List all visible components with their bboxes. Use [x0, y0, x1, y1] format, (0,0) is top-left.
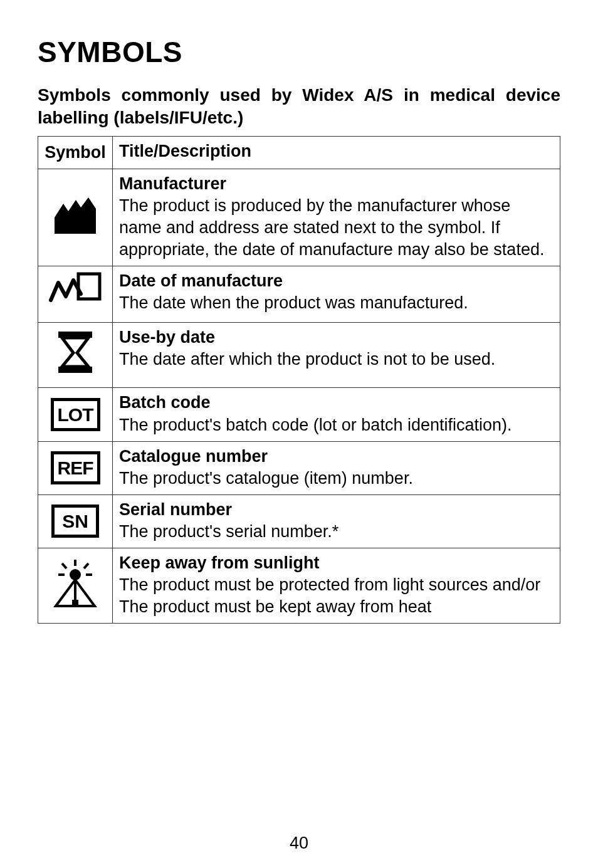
row-desc: The date after which the product is not … — [119, 350, 495, 369]
row-desc: The product is produced by the manufactu… — [119, 196, 544, 259]
desc-cell: Batch code The product's batch code (lot… — [113, 388, 560, 441]
ref-icon: REF — [51, 451, 100, 484]
row-desc: The product's catalogue (item) number. — [119, 469, 413, 488]
th-title-desc: Title/Description — [113, 136, 560, 169]
desc-cell: Serial number The product's serial numbe… — [113, 494, 560, 548]
ref-text: REF — [51, 451, 100, 484]
symbol-cell: LOT — [38, 388, 113, 441]
svg-rect-0 — [55, 217, 96, 234]
date-of-manufacture-icon — [48, 271, 102, 317]
use-by-date-icon — [53, 328, 97, 382]
lot-icon: LOT — [51, 398, 100, 431]
manufacturer-icon — [51, 196, 100, 239]
row-title: Date of manufacture — [119, 271, 283, 290]
row-title: Catalogue number — [119, 447, 268, 466]
desc-cell: Keep away from sunlight The product must… — [113, 548, 560, 624]
symbol-cell — [38, 323, 113, 388]
table-row: Keep away from sunlight The product must… — [38, 548, 560, 624]
table-row: Use-by date The date after which the pro… — [38, 323, 560, 388]
lot-text: LOT — [51, 398, 100, 431]
table-row: Manufacturer The product is produced by … — [38, 169, 560, 266]
row-title: Use-by date — [119, 328, 215, 347]
table-row: LOT Batch code The product's batch code … — [38, 388, 560, 441]
row-desc: The product must be protected from light… — [119, 575, 540, 616]
table-header-row: Symbol Title/Description — [38, 136, 560, 169]
svg-line-8 — [84, 563, 88, 568]
desc-cell: Manufacturer The product is produced by … — [113, 169, 560, 266]
intro-text: Symbols commonly used by Widex A/S in me… — [38, 84, 560, 130]
table-row: REF Catalogue number The product's catal… — [38, 441, 560, 494]
sn-icon: SN — [51, 505, 99, 538]
page-content: SYMBOLS Symbols commonly used by Widex A… — [0, 0, 598, 624]
symbol-cell — [38, 266, 113, 323]
svg-rect-12 — [72, 600, 78, 606]
symbol-cell — [38, 169, 113, 266]
page-heading: SYMBOLS — [38, 35, 560, 69]
svg-line-7 — [62, 563, 66, 568]
table-row: SN Serial number The product's serial nu… — [38, 494, 560, 548]
row-title: Manufacturer — [119, 174, 226, 193]
row-desc: The product's batch code (lot or batch i… — [119, 416, 512, 434]
table-row: Date of manufacture The date when the pr… — [38, 266, 560, 323]
symbols-table: Symbol Title/Description Manufacturer Th… — [38, 136, 560, 624]
page-number: 40 — [0, 834, 598, 853]
th-symbol: Symbol — [38, 136, 113, 169]
svg-marker-1 — [55, 197, 96, 217]
row-title: Serial number — [119, 500, 232, 519]
row-desc: The product's serial number.* — [119, 522, 338, 541]
row-title: Batch code — [119, 393, 211, 412]
symbol-cell: REF — [38, 441, 113, 494]
symbol-cell: SN — [38, 494, 113, 548]
row-desc: The date when the product was manufactur… — [119, 293, 468, 312]
desc-cell: Catalogue number The product's catalogue… — [113, 441, 560, 494]
symbol-cell — [38, 548, 113, 624]
desc-cell: Date of manufacture The date when the pr… — [113, 266, 560, 323]
keep-away-sunlight-icon — [50, 557, 101, 614]
row-title: Keep away from sunlight — [119, 553, 320, 572]
desc-cell: Use-by date The date after which the pro… — [113, 323, 560, 388]
sn-text: SN — [51, 505, 99, 538]
